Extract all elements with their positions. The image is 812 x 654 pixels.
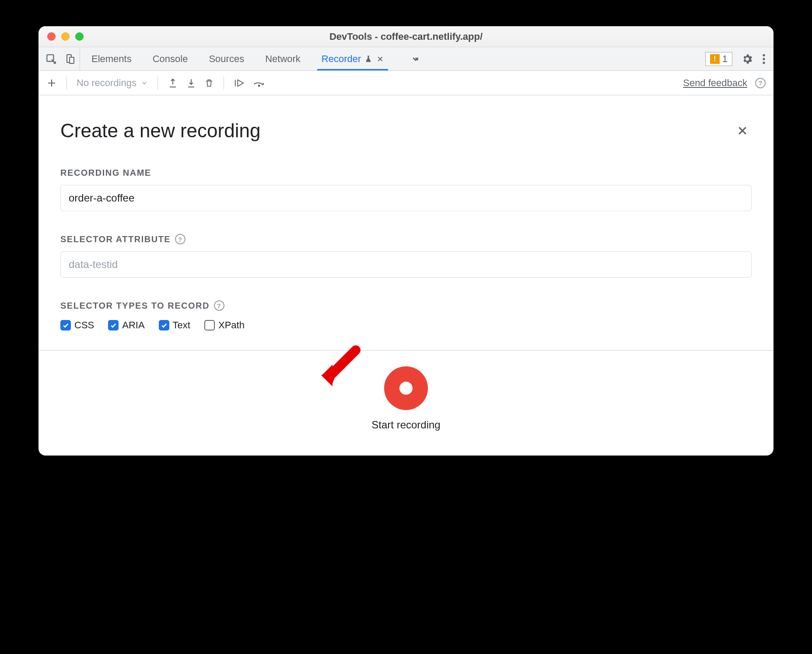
recording-name-label: RECORDING NAME bbox=[60, 168, 752, 178]
more-tabs-icon[interactable] bbox=[411, 54, 420, 64]
checkbox-xpath[interactable]: XPath bbox=[204, 320, 245, 331]
devtools-window: DevTools - coffee-cart.netlify.app/ Elem… bbox=[38, 26, 774, 456]
checkbox-css[interactable]: CSS bbox=[60, 320, 94, 331]
tab-sources[interactable]: Sources bbox=[206, 47, 247, 70]
tab-network[interactable]: Network bbox=[262, 47, 303, 70]
traffic-lights bbox=[38, 32, 84, 41]
svg-point-6 bbox=[258, 84, 260, 87]
recording-name-section: RECORDING NAME bbox=[60, 168, 752, 211]
close-page-button[interactable] bbox=[733, 123, 752, 138]
add-recording-icon[interactable] bbox=[46, 78, 57, 88]
checkbox-text[interactable]: Text bbox=[159, 320, 190, 331]
svg-point-5 bbox=[763, 62, 765, 64]
replay-icon[interactable] bbox=[234, 78, 245, 88]
selector-attribute-help-icon[interactable]: ? bbox=[175, 234, 186, 244]
send-feedback-link[interactable]: Send feedback bbox=[683, 77, 747, 89]
flask-icon bbox=[364, 55, 372, 63]
recordings-dropdown[interactable]: No recordings bbox=[77, 77, 148, 89]
page-title: Create a new recording bbox=[60, 120, 260, 142]
svg-point-3 bbox=[763, 54, 765, 56]
warning-icon: ! bbox=[710, 54, 720, 64]
tab-console[interactable]: Console bbox=[150, 47, 191, 70]
delete-icon[interactable] bbox=[204, 78, 214, 88]
selector-types-section: SELECTOR TYPES TO RECORD ? CSS ARIA Text bbox=[60, 300, 752, 331]
window-title: DevTools - coffee-cart.netlify.app/ bbox=[38, 31, 774, 42]
recording-name-input[interactable] bbox=[60, 185, 752, 211]
recorder-page: Create a new recording RECORDING NAME SE… bbox=[38, 95, 774, 331]
annotation-arrow bbox=[318, 344, 362, 387]
inspect-element-icon[interactable] bbox=[46, 53, 57, 65]
recorder-toolbar: No recordings Send feedback ? bbox=[38, 71, 774, 95]
window-maximize-button[interactable] bbox=[75, 32, 84, 41]
start-recording-button[interactable] bbox=[384, 366, 428, 410]
window-close-button[interactable] bbox=[47, 32, 56, 41]
window-titlebar: DevTools - coffee-cart.netlify.app/ bbox=[38, 26, 774, 47]
selector-attribute-section: SELECTOR ATTRIBUTE ? bbox=[60, 234, 752, 278]
device-toolbar-icon[interactable] bbox=[65, 53, 75, 65]
svg-rect-2 bbox=[70, 57, 74, 63]
selector-types-label: SELECTOR TYPES TO RECORD bbox=[60, 301, 210, 311]
selector-types-help-icon[interactable]: ? bbox=[214, 300, 224, 311]
tab-elements[interactable]: Elements bbox=[89, 47, 134, 70]
devtools-tabbar: Elements Console Sources Network Recorde… bbox=[38, 47, 774, 71]
selector-attribute-label: SELECTOR ATTRIBUTE bbox=[60, 234, 171, 244]
start-recording-label: Start recording bbox=[371, 419, 440, 431]
step-over-icon[interactable] bbox=[253, 78, 265, 88]
record-icon bbox=[399, 382, 413, 395]
checkbox-aria[interactable]: ARIA bbox=[108, 320, 144, 331]
window-minimize-button[interactable] bbox=[61, 32, 70, 41]
chevron-down-icon bbox=[141, 80, 148, 87]
warnings-count: 1 bbox=[722, 53, 728, 65]
import-icon[interactable] bbox=[186, 78, 196, 88]
start-recording-footer: Start recording bbox=[38, 350, 774, 456]
svg-point-4 bbox=[763, 58, 765, 60]
kebab-menu-icon[interactable] bbox=[762, 53, 766, 65]
export-icon[interactable] bbox=[168, 78, 178, 88]
selector-attribute-input[interactable] bbox=[60, 251, 752, 278]
tab-recorder[interactable]: Recorder bbox=[319, 47, 386, 70]
close-tab-icon[interactable] bbox=[377, 56, 384, 63]
help-icon[interactable]: ? bbox=[755, 78, 766, 88]
warnings-badge[interactable]: ! 1 bbox=[705, 52, 732, 66]
settings-gear-icon[interactable] bbox=[741, 53, 753, 65]
